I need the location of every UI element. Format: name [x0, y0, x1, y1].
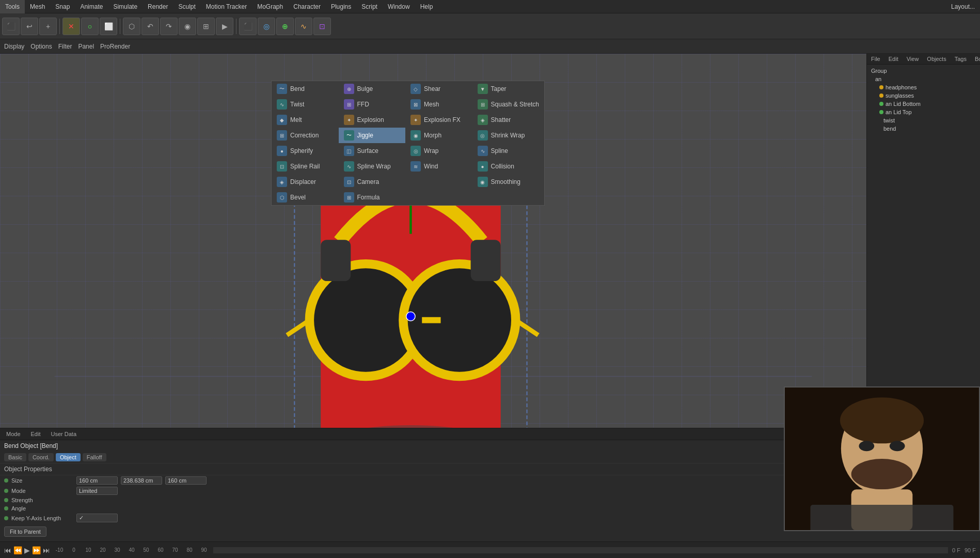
menu-item-correction[interactable]: ⊞ Correction: [272, 128, 339, 143]
tl-forward-button[interactable]: ⏩: [32, 546, 41, 554]
mode-tab[interactable]: Mode: [2, 429, 25, 439]
camera-tool[interactable]: ⊡: [313, 18, 331, 35]
rotate-tool[interactable]: ○: [81, 18, 99, 35]
menu-tools[interactable]: Tools: [0, 0, 25, 13]
move-tool[interactable]: ✕: [62, 18, 80, 35]
menu-item-spline[interactable]: ∿ Spline: [472, 143, 544, 159]
menu-item-splinerail[interactable]: ⊡ Spline Rail: [272, 159, 339, 174]
menu-motiontracker[interactable]: Motion Tracker: [201, 0, 252, 13]
open-button[interactable]: ↩: [21, 18, 38, 35]
menu-item-bulge[interactable]: ⊕ Bulge: [339, 81, 406, 97]
object-tool[interactable]: ⬡: [123, 18, 140, 35]
menu-snap[interactable]: Snap: [50, 0, 75, 13]
array-tool[interactable]: ⊕: [276, 18, 294, 35]
deformer-tool[interactable]: ∿: [295, 18, 312, 35]
tl-rewind-button[interactable]: ⏪: [13, 546, 22, 554]
menu-item-wind[interactable]: ≋ Wind: [405, 159, 472, 174]
menu-plugins[interactable]: Plugins: [326, 0, 356, 13]
prop-tab-object[interactable]: Object: [56, 453, 81, 461]
tl-play-button[interactable]: ▶: [24, 546, 30, 554]
menu-item-collision[interactable]: ● Collision: [472, 159, 544, 174]
menu-item-twist[interactable]: ∿ Twist: [272, 97, 339, 112]
menu-item-spherify[interactable]: ● Spherify: [272, 143, 339, 159]
menu-item-displacer[interactable]: ◈ Displacer: [272, 174, 339, 190]
menu-item-squashstretch[interactable]: ⊞ Squash & Stretch: [472, 97, 544, 112]
menu-item-bend[interactable]: 〜 Bend: [272, 81, 339, 97]
sub-options[interactable]: Options: [30, 43, 52, 50]
menu-mograph[interactable]: MoGraph: [252, 0, 288, 13]
tl-prev-button[interactable]: ⏮: [4, 546, 11, 554]
menu-item-mesh[interactable]: ⊠ Mesh: [405, 97, 472, 112]
prop-value-size1[interactable]: 160 cm: [76, 476, 118, 485]
menu-item-surface[interactable]: ◫ Surface: [339, 143, 406, 159]
render-region[interactable]: ⊞: [197, 18, 215, 35]
rp-tab-objects[interactable]: Objects: [923, 54, 950, 64]
prop-value-keepaxis[interactable]: ✓: [76, 514, 118, 522]
menu-item-ffd[interactable]: ⊞ FFD: [339, 97, 406, 112]
userdata-tab[interactable]: User Data: [47, 429, 81, 439]
prop-value-size2[interactable]: 238.638 cm: [121, 476, 162, 485]
menu-animate[interactable]: Animate: [75, 0, 108, 13]
object-group[interactable]: Group: [867, 67, 980, 75]
object-headphones[interactable]: headphones: [867, 83, 980, 91]
menu-item-morph[interactable]: ◉ Morph: [405, 128, 472, 143]
prop-tab-basic[interactable]: Basic: [4, 453, 26, 461]
cube-primitive[interactable]: ⬛: [239, 18, 257, 35]
redo-button[interactable]: ↷: [160, 18, 178, 35]
sub-panel[interactable]: Panel: [78, 43, 94, 50]
menu-item-explosionfx[interactable]: ✦ Explosion FX: [405, 112, 472, 128]
menu-sculpt[interactable]: Sculpt: [173, 0, 200, 13]
save-button[interactable]: +: [39, 18, 57, 35]
object-an[interactable]: an: [867, 75, 980, 83]
rp-tab-edit[interactable]: Edit: [884, 54, 903, 64]
menu-item-smoothing[interactable]: ◉ Smoothing: [472, 174, 544, 190]
menu-item-explosion[interactable]: ✦ Explosion: [339, 112, 406, 128]
tl-scrubber[interactable]: [213, 547, 948, 553]
menu-character[interactable]: Character: [288, 0, 326, 13]
menu-item-shear[interactable]: ◇ Shear: [405, 81, 472, 97]
prop-tab-coord[interactable]: Coord.: [28, 453, 54, 461]
menu-mesh[interactable]: Mesh: [25, 0, 50, 13]
menu-render[interactable]: Render: [143, 0, 173, 13]
new-button[interactable]: ⬛: [2, 18, 20, 35]
undo-button[interactable]: ↶: [141, 18, 159, 35]
rp-tab-file[interactable]: File: [867, 54, 884, 64]
fit-to-parent-button[interactable]: Fit to Parent: [4, 526, 46, 537]
menu-item-melt[interactable]: ◆ Melt: [272, 112, 339, 128]
object-twist[interactable]: twist: [867, 116, 980, 125]
menu-script[interactable]: Script: [356, 0, 383, 13]
rp-tab-tags[interactable]: Tags: [951, 54, 971, 64]
prop-value-mode[interactable]: Limited: [76, 487, 118, 495]
object-lid-top[interactable]: an Lid Top: [867, 108, 980, 116]
menu-item-wrap[interactable]: ◎ Wrap: [405, 143, 472, 159]
prop-value-size3[interactable]: 160 cm: [165, 476, 207, 485]
scale-tool[interactable]: ⬜: [100, 18, 117, 35]
menu-help[interactable]: Help: [415, 0, 438, 13]
menu-item-camera[interactable]: ⊡ Camera: [339, 174, 406, 190]
menu-item-bevel[interactable]: ⬡ Bevel: [272, 190, 339, 205]
render-button[interactable]: ▶: [216, 18, 233, 35]
menu-window[interactable]: Window: [383, 0, 415, 13]
menu-item-formula[interactable]: ⊞ Formula: [339, 190, 406, 205]
prop-tab-falloff[interactable]: Falloff: [83, 453, 106, 461]
tl-next-button[interactable]: ⏭: [43, 546, 50, 554]
object-sunglasses[interactable]: sunglasses: [867, 91, 980, 100]
sub-filter[interactable]: Filter: [58, 43, 72, 50]
sub-prorender[interactable]: ProRender: [100, 43, 130, 50]
menu-item-shatter[interactable]: ◈ Shatter: [472, 112, 544, 128]
rp-tab-view[interactable]: View: [903, 54, 923, 64]
menu-item-taper[interactable]: ▼ Taper: [472, 81, 544, 97]
render-view[interactable]: ◉: [179, 18, 196, 35]
prop-dot-strength: [4, 498, 8, 502]
menu-item-jiggle[interactable]: 〜 Jiggle: [339, 128, 406, 143]
menu-simulate[interactable]: Simulate: [108, 0, 143, 13]
menu-item-splinewrap[interactable]: ∿ Spline Wrap: [339, 159, 406, 174]
rp-tab-bookmarks[interactable]: Bookmarks: [971, 54, 980, 64]
menu-item-shrinkwrap[interactable]: ◎ Shrink Wrap: [472, 128, 544, 143]
object-bend[interactable]: bend: [867, 125, 980, 133]
nurbs-tool[interactable]: ◎: [258, 18, 275, 35]
object-lid-bottom[interactable]: an Lid Bottom: [867, 100, 980, 108]
layout-button[interactable]: Layout...: [946, 0, 980, 13]
edit-tab[interactable]: Edit: [27, 429, 45, 439]
sub-display[interactable]: Display: [4, 43, 24, 50]
